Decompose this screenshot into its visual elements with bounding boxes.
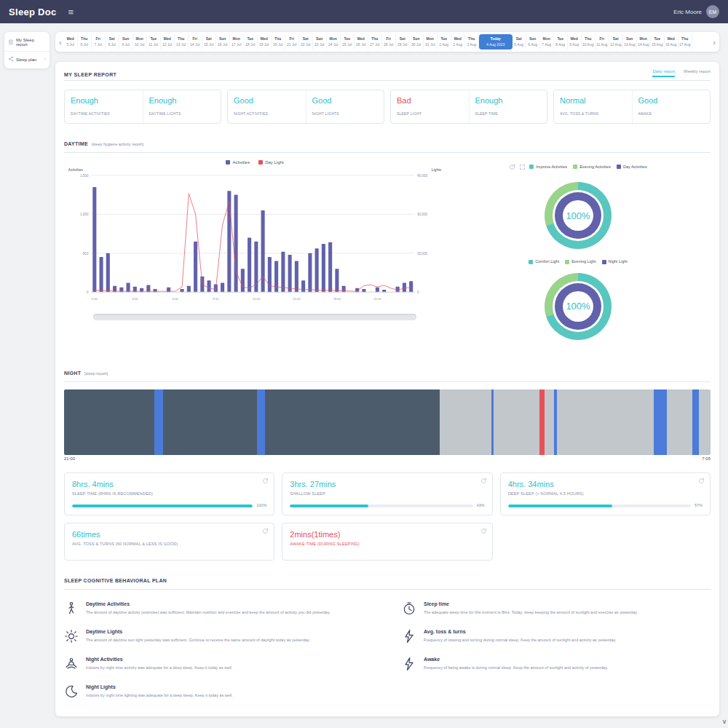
date-cell[interactable]: Tue15 Aug <box>651 34 665 50</box>
date-cell[interactable]: Wed12 Jul <box>161 34 175 50</box>
night-times: 21:00 7:05 <box>64 456 711 461</box>
date-label: 11 Jul <box>147 42 160 48</box>
donut-legend-item[interactable]: Night Light <box>602 259 628 264</box>
plan-item-title: Daytime Lights <box>86 629 310 634</box>
donut-legend-item[interactable]: Improve Activities <box>529 165 567 170</box>
date-cell[interactable]: Sun16 Jul <box>216 34 230 50</box>
date-label: 13 Aug <box>623 42 636 48</box>
date-cell[interactable]: Sun13 Aug <box>623 34 637 50</box>
refresh-icon[interactable] <box>480 528 487 534</box>
date-cell[interactable]: Sat15 Jul <box>202 34 216 50</box>
date-dow: Thu <box>78 36 91 42</box>
date-label: 22 Jul <box>299 42 312 48</box>
date-label: 25 Jul <box>341 42 354 48</box>
date-strip-prev-arrow[interactable]: ‹ <box>57 38 64 47</box>
date-cell[interactable]: Sun30 Jul <box>410 34 424 50</box>
date-cell[interactable]: Thu17 Aug <box>678 34 692 50</box>
date-cell[interactable]: Fri21 Jul <box>285 34 299 50</box>
date-cell[interactable]: Thu13 Jul <box>175 34 189 50</box>
stat-card: 2mins(1times)AWAKE TIME (DURING SLEEPING… <box>282 523 492 561</box>
date-cell[interactable]: Sat29 Jul <box>396 34 410 50</box>
date-cell[interactable]: Wed2 Aug <box>451 34 465 50</box>
chart-legend-item[interactable]: Activities <box>226 160 250 165</box>
date-cell[interactable]: Sun23 Jul <box>313 34 327 50</box>
tab-daily-report[interactable]: Daily report <box>652 69 675 77</box>
date-cell[interactable]: Thu20 Jul <box>272 34 285 50</box>
date-cell[interactable]: Sat5 Aug <box>513 34 526 50</box>
date-cell[interactable]: Wed5 Jul <box>64 34 78 50</box>
refresh-icon[interactable] <box>698 478 705 484</box>
legend-label: Improve Activities <box>536 165 567 169</box>
date-cell[interactable]: Fri7 Jul <box>92 34 106 50</box>
plan-item-text: Daytime LightsThe amount of daytime sun … <box>86 629 310 644</box>
hamburger-menu-icon[interactable]: ≡ <box>68 7 74 17</box>
date-cell[interactable]: Mon24 Jul <box>327 34 341 50</box>
date-cell[interactable]: Wed9 Aug <box>568 34 582 50</box>
date-cell[interactable]: Tue18 Jul <box>244 34 258 50</box>
date-dow: Thu <box>272 36 285 42</box>
date-cell[interactable]: Tue8 Aug <box>554 34 568 50</box>
summary-half: GoodNIGHT LIGHTS <box>306 90 384 123</box>
donut-legend-item[interactable]: Day Activities <box>617 165 647 170</box>
sidebar-item-sleep-plan[interactable]: Sleep plan› <box>4 51 50 67</box>
date-cell[interactable]: Tue1 Aug <box>438 34 451 50</box>
donut-legend: Comfort LightEvening LightNight Light <box>529 259 628 264</box>
date-cell[interactable]: Thu27 Jul <box>368 34 382 50</box>
date-cell[interactable]: Tue25 Jul <box>341 34 355 50</box>
date-cell[interactable]: Sat22 Jul <box>299 34 313 50</box>
chart-legend-item[interactable]: Day Light <box>258 160 283 165</box>
date-label: 14 Aug <box>637 42 650 48</box>
date-cell[interactable]: Mon7 Aug <box>540 34 554 50</box>
progress-percent: 43% <box>477 503 485 507</box>
date-cell[interactable]: Wed26 Jul <box>355 34 368 50</box>
svg-text:Activities: Activities <box>68 168 83 173</box>
date-label: 19 Jul <box>258 42 271 48</box>
date-cell[interactable]: Sun6 Aug <box>526 34 540 50</box>
chart-range-scrollbar[interactable] <box>93 314 416 320</box>
stat-label: SHALLOW SLEEP <box>290 491 484 496</box>
tab-weekly-report[interactable]: Weekly report <box>684 69 711 77</box>
expand-icon[interactable] <box>519 160 526 173</box>
refresh-icon[interactable] <box>480 478 487 484</box>
refresh-icon[interactable] <box>262 478 269 484</box>
date-cell[interactable]: Wed16 Aug <box>665 34 678 50</box>
refresh-icon[interactable] <box>262 528 269 534</box>
date-cell[interactable]: Tue11 Jul <box>147 34 161 50</box>
summary-value: Normal <box>560 96 626 105</box>
date-cell[interactable]: Mon31 Jul <box>424 34 438 50</box>
date-dow: Tue <box>244 36 257 42</box>
summary-half: EnoughSLEEP TIME <box>469 90 547 123</box>
date-dow: Sat <box>299 36 312 42</box>
stat-progress: 43% <box>290 503 484 507</box>
donut-legend-item[interactable]: Comfort Light <box>529 259 559 264</box>
date-cell[interactable]: Mon10 Jul <box>133 34 147 50</box>
avatar[interactable]: EM <box>706 5 719 18</box>
sidebar-item-my-sleep-report[interactable]: My Sleep report <box>4 33 50 51</box>
date-cell[interactable]: Thu6 Jul <box>78 34 92 50</box>
date-cell[interactable]: Sat12 Aug <box>609 34 623 50</box>
date-dow: Sat <box>609 36 622 42</box>
date-cell[interactable]: Fri11 Aug <box>596 34 609 50</box>
date-cell[interactable]: Mon17 Jul <box>230 34 244 50</box>
stat-label: SLEEP TIME (8HRS IS RECOMMENDED) <box>72 491 266 496</box>
date-cell[interactable]: Thu3 Aug <box>465 34 479 50</box>
donut-legend-item[interactable]: Evening Activities <box>573 165 611 170</box>
plan-item: AwakeFrequency of being awake is during … <box>402 649 711 677</box>
date-cell[interactable]: Fri14 Jul <box>189 34 202 50</box>
scroll-down-arrow[interactable]: v <box>721 718 728 728</box>
date-dow: Tue <box>651 36 664 42</box>
date-cell[interactable]: Mon14 Aug <box>637 34 651 50</box>
donut-legend-item[interactable]: Evening Light <box>565 259 596 264</box>
summary-label: SLEEP TIME <box>475 111 542 116</box>
date-cell-selected[interactable]: Today4 Aug 2023 <box>479 34 513 50</box>
night-segment-light <box>557 389 654 455</box>
date-cell[interactable]: Sun9 Jul <box>119 34 133 50</box>
date-cell[interactable]: Sat8 Jul <box>106 34 119 50</box>
date-cell[interactable]: Wed19 Jul <box>258 34 272 50</box>
date-label: 27 Jul <box>368 42 381 48</box>
date-cell[interactable]: Fri28 Jul <box>382 34 396 50</box>
plan-item-title: Avg. toss & turns <box>424 629 616 634</box>
refresh-icon[interactable] <box>509 160 515 173</box>
date-cell[interactable]: Thu10 Aug <box>582 34 596 50</box>
date-strip-next-arrow[interactable]: › <box>711 38 718 47</box>
